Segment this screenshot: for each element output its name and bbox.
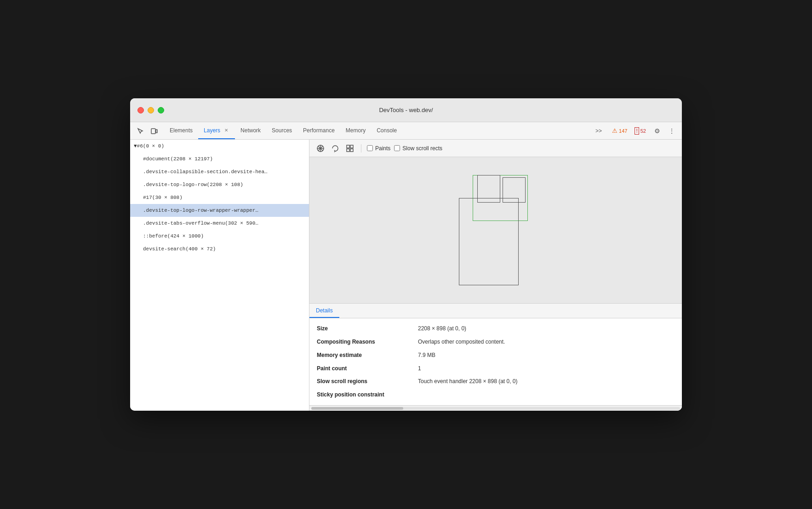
details-key-paint: Paint count (317, 365, 418, 373)
layer-item-logo-row[interactable]: .devsite-top-logo-row(2208 × 108) (130, 178, 309, 191)
details-row-memory: Memory estimate 7.9 MB (317, 349, 675, 362)
details-key-size: Size (317, 325, 418, 333)
details-row-compositing: Compositing Reasons Overlaps other compo… (317, 335, 675, 349)
layer-item-root[interactable]: ▼#6(0 × 0) (130, 140, 309, 153)
details-tab[interactable]: Details (309, 304, 339, 318)
paints-checkbox[interactable] (367, 145, 373, 151)
scrollbar-thumb[interactable] (311, 407, 403, 410)
scrollbar-track (311, 407, 680, 410)
tab-console[interactable]: Console (371, 122, 402, 139)
layers-panel[interactable]: ▼#6(0 × 0) #document(2208 × 12197) .devs… (130, 140, 309, 411)
titlebar: DevTools - web.dev/ (130, 98, 682, 122)
tab-network[interactable]: Network (235, 122, 266, 139)
layer-item-tabs-overflow[interactable]: .devsite-tabs-overflow-menu(302 × 590… (130, 217, 309, 230)
paints-checkbox-label[interactable]: Paints (367, 145, 390, 152)
tab-performance[interactable]: Performance (297, 122, 340, 139)
maximize-button[interactable] (158, 107, 164, 113)
right-panel: Paints Slow scroll rects (309, 140, 682, 411)
svg-rect-10 (350, 149, 353, 152)
details-key-sticky: Sticky position constraint (317, 391, 418, 399)
error-badge[interactable]: ! 52 (632, 126, 649, 136)
tabbar: Elements Layers ✕ Network Sources Perfor… (130, 122, 682, 140)
reset-view-icon[interactable] (344, 143, 355, 154)
layer-item-17[interactable]: #17(30 × 808) (130, 191, 309, 204)
main-content: ▼#6(0 × 0) #document(2208 × 12197) .devs… (130, 140, 682, 411)
canvas-area[interactable] (309, 157, 682, 303)
toolbar-separator (361, 144, 361, 153)
layer-item-document[interactable]: #document(2208 × 12197) (130, 153, 309, 165)
details-key-memory: Memory estimate (317, 351, 418, 359)
svg-rect-9 (347, 149, 349, 152)
svg-rect-1 (156, 130, 157, 133)
devtools-window: DevTools - web.dev/ Elements Layers (130, 98, 682, 411)
layers-toolbar: Paints Slow scroll rects (309, 140, 682, 157)
details-value-paint: 1 (418, 365, 421, 373)
preview-main-outline (459, 198, 519, 285)
minimize-button[interactable] (148, 107, 154, 113)
svg-rect-0 (151, 129, 155, 134)
details-value-compositing: Overlaps other composited content. (418, 338, 505, 346)
tab-memory[interactable]: Memory (340, 122, 371, 139)
warning-badge[interactable]: ⚠ 147 (609, 126, 630, 135)
tabs-list: Elements Layers ✕ Network Sources Perfor… (164, 122, 592, 139)
details-value-slow-scroll: Touch event handler 2208 × 898 (at 0, 0) (418, 378, 518, 385)
tab-overflow-button[interactable]: >> (592, 122, 606, 139)
details-tab-bar: Details (309, 304, 682, 318)
settings-button[interactable]: ⚙ (651, 124, 663, 137)
error-icon: ! (635, 127, 639, 135)
details-row-slow-scroll: Slow scroll regions Touch event handler … (317, 375, 675, 388)
tab-layers-close[interactable]: ✕ (223, 127, 229, 134)
svg-rect-8 (350, 145, 353, 148)
tab-icons-left (130, 122, 164, 139)
details-key-compositing: Compositing Reasons (317, 338, 418, 346)
layer-item-search[interactable]: devsite-search(400 × 72) (130, 243, 309, 255)
details-table: Size 2208 × 898 (at 0, 0) Compositing Re… (309, 318, 682, 405)
details-value-size: 2208 × 898 (at 0, 0) (418, 325, 466, 333)
tab-sources[interactable]: Sources (266, 122, 297, 139)
device-toolbar-button[interactable] (148, 124, 160, 137)
horizontal-scrollbar[interactable] (309, 405, 682, 411)
tab-elements[interactable]: Elements (164, 122, 198, 139)
details-row-paint: Paint count 1 (317, 362, 675, 375)
details-row-size: Size 2208 × 898 (at 0, 0) (317, 322, 675, 335)
close-button[interactable] (137, 107, 144, 113)
svg-rect-7 (347, 145, 349, 148)
tab-layers[interactable]: Layers ✕ (198, 122, 235, 139)
layer-item-before[interactable]: ::before(424 × 1000) (130, 230, 309, 243)
details-key-slow-scroll: Slow scroll regions (317, 378, 418, 385)
window-title: DevTools - web.dev/ (379, 107, 433, 113)
traffic-lights (137, 107, 164, 113)
layer-item-collapsible[interactable]: .devsite-collapsible-section.devsite-hea… (130, 165, 309, 178)
details-row-sticky: Sticky position constraint (317, 388, 675, 402)
more-options-button[interactable]: ⋮ (665, 124, 678, 137)
warning-icon: ⚠ (612, 127, 618, 134)
layer-item-wrapper[interactable]: .devsite-top-logo-row-wrapper-wrapper… (130, 204, 309, 217)
details-panel: Details Size 2208 × 898 (at 0, 0) Compos… (309, 303, 682, 405)
slow-scroll-checkbox[interactable] (394, 145, 400, 151)
selector-icon-button[interactable] (134, 124, 147, 137)
slow-scroll-checkbox-label[interactable]: Slow scroll rects (394, 145, 442, 152)
layer-preview (459, 175, 532, 285)
tab-right-controls: ⚠ 147 ! 52 ⚙ ⋮ (606, 122, 682, 139)
rotate-icon[interactable] (330, 143, 341, 154)
details-value-memory: 7.9 MB (418, 351, 435, 359)
pan-tool-icon[interactable] (315, 143, 326, 154)
